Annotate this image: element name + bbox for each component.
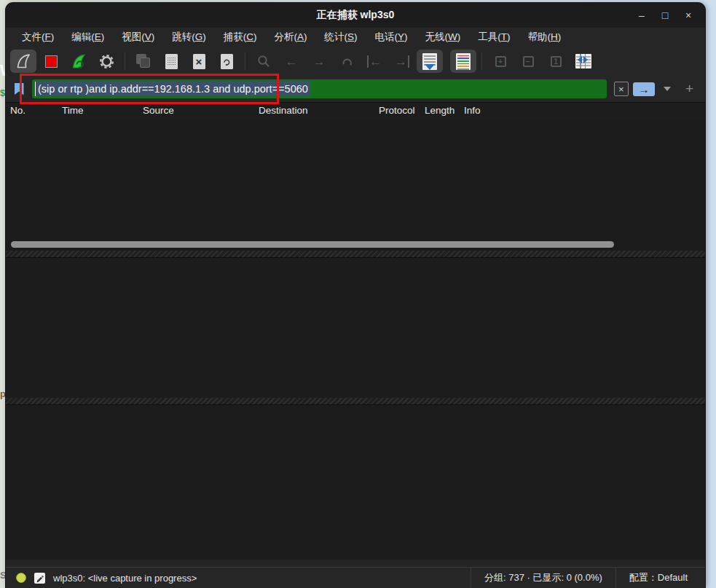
apply-filter-button[interactable]: → bbox=[633, 82, 655, 96]
main-toolbar: × ← → bbox=[6, 47, 705, 76]
gear-icon bbox=[98, 53, 115, 70]
restart-capture-button[interactable] bbox=[66, 50, 92, 73]
horizontal-scrollbar[interactable] bbox=[6, 238, 705, 251]
zoom-out-icon: − bbox=[523, 56, 534, 67]
zoom-original-icon: 1 bbox=[551, 56, 562, 67]
zoom-out-button[interactable]: − bbox=[515, 50, 541, 73]
column-destination[interactable]: Destination bbox=[259, 105, 308, 116]
menu-edit[interactable]: 编辑E bbox=[64, 28, 111, 46]
scrollbar-thumb[interactable] bbox=[11, 241, 614, 248]
resize-columns-icon bbox=[575, 54, 591, 68]
title-bar[interactable]: 正在捕获 wlp3s0 – □ × bbox=[6, 3, 705, 28]
arrow-left-icon: ← bbox=[286, 55, 298, 68]
pane-splitter[interactable] bbox=[6, 251, 705, 257]
menu-capture[interactable]: 捕获C bbox=[216, 28, 264, 46]
bookmark-icon bbox=[15, 83, 24, 95]
filter-bookmark-button[interactable] bbox=[10, 79, 28, 98]
menu-go[interactable]: 跳转G bbox=[165, 28, 213, 46]
resize-columns-button[interactable] bbox=[570, 50, 597, 73]
filter-dropdown-caret[interactable] bbox=[664, 87, 671, 91]
menu-bar: 文件F 编辑E 视图V 跳转G 捕获C 分析A 统计S 电话Y 无线W 工具T … bbox=[6, 28, 705, 47]
menu-analyze[interactable]: 分析A bbox=[267, 28, 315, 46]
stop-icon bbox=[45, 55, 58, 68]
arrow-first-icon: ← bbox=[367, 55, 382, 68]
menu-statistics[interactable]: 统计S bbox=[318, 28, 365, 46]
open-capture-file-button[interactable] bbox=[130, 50, 157, 73]
menu-view[interactable]: 视图V bbox=[114, 28, 162, 46]
restart-capture-icon bbox=[70, 52, 87, 70]
go-to-packet-button[interactable] bbox=[334, 50, 360, 73]
capture-status-text: wlp3s0: <live capture in progress> bbox=[53, 573, 197, 584]
capture-options-button[interactable] bbox=[93, 50, 119, 73]
filter-expression: (sip or rtp )and ip.addr==192.168.1.3 an… bbox=[35, 82, 310, 96]
colorize-toggle-button[interactable] bbox=[450, 50, 476, 73]
close-capture-file-button[interactable]: × bbox=[186, 50, 212, 73]
column-info[interactable]: Info bbox=[464, 105, 481, 116]
status-bar: wlp3s0: <live capture in progress> 分组: 7… bbox=[6, 567, 705, 588]
packet-details-pane bbox=[6, 257, 705, 398]
toolbar-separator bbox=[125, 52, 125, 70]
minimize-button[interactable]: – bbox=[632, 6, 651, 25]
zoom-in-button[interactable]: + bbox=[487, 50, 514, 73]
menu-file[interactable]: 文件F bbox=[15, 28, 61, 46]
stop-capture-button[interactable] bbox=[38, 50, 64, 73]
packet-list-header: No. Time Source Destination Protocol Len… bbox=[6, 102, 705, 119]
toolbar-separator bbox=[481, 52, 482, 70]
find-packet-button[interactable] bbox=[251, 50, 277, 73]
menu-telephony[interactable]: 电话Y bbox=[368, 28, 415, 46]
search-icon bbox=[256, 54, 271, 68]
packet-list-body[interactable] bbox=[6, 119, 705, 238]
go-back-button[interactable]: ← bbox=[278, 50, 304, 73]
column-no[interactable]: No. bbox=[10, 105, 25, 116]
display-filter-bar: (sip or rtp )and ip.addr==192.168.1.3 an… bbox=[6, 76, 705, 102]
column-time[interactable]: Time bbox=[62, 105, 84, 116]
background-fragment: $ bbox=[0, 87, 5, 98]
zoom-in-icon: + bbox=[495, 56, 506, 67]
start-capture-button[interactable] bbox=[10, 50, 36, 73]
profile-selector[interactable]: 配置：Default bbox=[615, 568, 705, 588]
save-capture-file-button[interactable] bbox=[158, 50, 184, 73]
expert-info-indicator[interactable] bbox=[16, 573, 26, 583]
window-title: 正在捕获 wlp3s0 bbox=[6, 9, 705, 22]
background-fragment: p bbox=[0, 388, 6, 399]
save-file-icon bbox=[165, 54, 178, 69]
wireshark-window: 正在捕获 wlp3s0 – □ × 文件F 编辑E 视图V 跳转G 捕获C 分析… bbox=[6, 3, 705, 588]
maximize-button[interactable]: □ bbox=[656, 6, 674, 25]
go-to-first-packet-button[interactable]: ← bbox=[361, 50, 387, 73]
go-forward-button[interactable]: → bbox=[306, 50, 332, 73]
jump-arrow-icon bbox=[340, 55, 354, 68]
column-length[interactable]: Length bbox=[425, 105, 455, 116]
open-file-icon bbox=[136, 54, 151, 68]
go-to-last-packet-button[interactable]: → bbox=[389, 50, 415, 73]
column-protocol[interactable]: Protocol bbox=[379, 105, 415, 116]
toolbar-separator bbox=[245, 52, 245, 70]
capture-comment-icon[interactable] bbox=[34, 573, 45, 584]
packet-count-text: 分组: 737 · 已显示: 0 (0.0%) bbox=[471, 568, 615, 588]
close-file-icon: × bbox=[193, 54, 205, 69]
shark-fin-icon bbox=[15, 52, 32, 70]
reload-file-icon bbox=[221, 54, 233, 69]
pane-splitter[interactable] bbox=[6, 398, 705, 404]
auto-scroll-toggle-button[interactable] bbox=[417, 50, 443, 73]
column-source[interactable]: Source bbox=[143, 105, 174, 116]
menu-help[interactable]: 帮助H bbox=[521, 28, 569, 46]
menu-tools[interactable]: 工具T bbox=[471, 28, 517, 46]
add-filter-button[interactable]: + bbox=[680, 81, 699, 97]
arrow-right-icon: → bbox=[313, 55, 326, 68]
clear-filter-button[interactable]: × bbox=[614, 82, 629, 96]
packet-bytes-pane bbox=[6, 404, 705, 560]
menu-wireless[interactable]: 无线W bbox=[418, 28, 468, 46]
colorize-icon bbox=[456, 53, 471, 70]
auto-scroll-icon bbox=[422, 53, 437, 70]
zoom-original-button[interactable]: 1 bbox=[543, 50, 569, 73]
reload-capture-file-button[interactable] bbox=[213, 50, 240, 73]
close-button[interactable]: × bbox=[679, 6, 698, 25]
display-filter-input[interactable]: (sip or rtp )and ip.addr==192.168.1.3 an… bbox=[32, 79, 607, 98]
arrow-last-icon: → bbox=[395, 55, 409, 68]
